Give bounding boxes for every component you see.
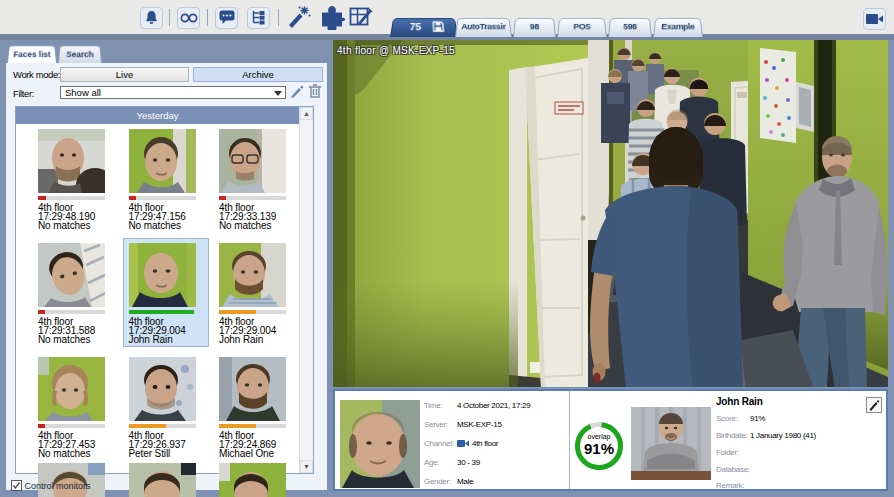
svg-text:91%: 91%	[584, 440, 614, 457]
